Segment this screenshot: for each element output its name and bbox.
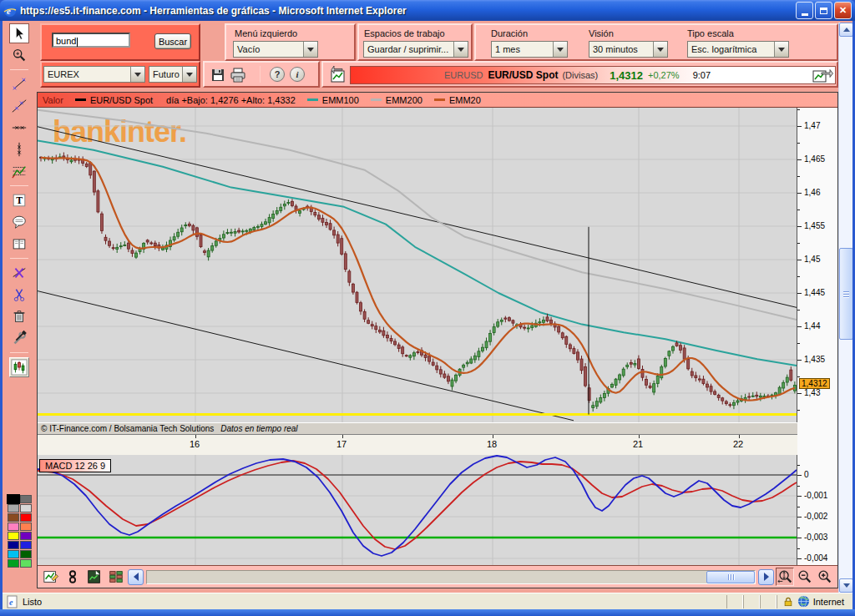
palette-color[interactable] <box>8 495 19 503</box>
palette-color[interactable] <box>20 495 32 503</box>
select-tool[interactable] <box>9 23 29 43</box>
palette-color[interactable] <box>20 541 32 549</box>
chevron-down-icon[interactable] <box>303 42 317 57</box>
price-tick-label: 1,43 <box>804 388 820 397</box>
svg-text:T: T <box>16 194 23 206</box>
palette-color[interactable] <box>20 523 32 531</box>
cut-tool[interactable] <box>9 285 29 305</box>
price-chart[interactable]: bankinter. <box>38 108 797 422</box>
scroll-left-button[interactable] <box>128 569 144 585</box>
quote-bar: EURUSD EUR/USD Spot (Divisas) 1,4312 +0,… <box>350 66 836 84</box>
emm20-label: EMM20 <box>449 95 481 105</box>
horizontal-scrollbar[interactable] <box>146 570 756 584</box>
axis-tick <box>797 538 802 538</box>
scroll-up-button[interactable] <box>839 23 852 37</box>
axis-minor-tick <box>797 465 800 466</box>
date-tick <box>639 435 640 438</box>
draw-chart-button[interactable] <box>42 568 60 586</box>
palette-color[interactable] <box>20 504 32 512</box>
workspaces-panel: Espacios de trabajo Guardar / suprimir..… <box>357 23 473 61</box>
palette-color[interactable] <box>8 523 19 531</box>
chart-style-button[interactable] <box>9 357 29 377</box>
palette-color[interactable] <box>8 513 19 522</box>
erase-line-tool[interactable] <box>9 263 29 283</box>
duration-select[interactable]: 1 mes <box>491 41 568 58</box>
chevron-down-icon[interactable] <box>453 42 468 57</box>
scale-select[interactable]: Esc. logarítmica <box>687 41 789 58</box>
chevron-down-icon[interactable] <box>182 67 196 82</box>
palette-color[interactable] <box>8 550 19 558</box>
palette-color[interactable] <box>8 504 19 512</box>
scroll-right-button[interactable] <box>758 569 774 585</box>
palette-color[interactable] <box>8 541 19 549</box>
ray-tool[interactable] <box>9 96 29 116</box>
scale-label: Tipo escala <box>687 28 734 38</box>
info-button[interactable]: i <box>290 67 305 82</box>
palette-color[interactable] <box>20 532 32 540</box>
search-button[interactable]: Buscar <box>154 33 191 49</box>
palette-color[interactable] <box>20 559 32 568</box>
close-button[interactable]: ✕ <box>834 2 852 19</box>
delete-tool[interactable] <box>9 306 29 326</box>
left-menu-select[interactable]: Vacío <box>233 41 318 58</box>
zoom-out-button[interactable] <box>796 568 814 586</box>
vertical-line-tool[interactable] <box>9 139 29 159</box>
horizontal-scroll-thumb[interactable] <box>706 571 755 583</box>
axis-filler <box>797 435 837 455</box>
date-label: 17 <box>336 439 347 449</box>
price-tick-label: 1,465 <box>804 154 825 164</box>
table-button[interactable] <box>107 568 125 586</box>
fibonacci-tool[interactable] <box>9 161 29 181</box>
palette-color[interactable] <box>8 559 19 568</box>
exchange-select[interactable]: EUREX <box>43 66 145 83</box>
axis-filler <box>797 422 837 435</box>
axis-tick <box>797 558 802 559</box>
macd-chart[interactable]: MACD 12 26 9 <box>38 455 797 565</box>
arrow-left-icon <box>134 573 139 581</box>
next-chart-icon[interactable] <box>812 67 833 83</box>
palette-color[interactable] <box>20 550 32 558</box>
link-values-button[interactable] <box>63 568 82 586</box>
print-icon[interactable] <box>230 67 246 83</box>
horizontal-line-tool[interactable] <box>9 118 29 138</box>
palette-color[interactable] <box>8 532 19 540</box>
report-button[interactable] <box>85 568 104 586</box>
note-tool[interactable] <box>9 212 29 232</box>
zoom-tool[interactable] <box>9 45 29 65</box>
chevron-down-icon[interactable] <box>653 42 667 57</box>
segment-tool[interactable] <box>9 74 29 94</box>
book-tool[interactable] <box>9 234 29 254</box>
settings-tool[interactable] <box>9 328 29 348</box>
view-settings-panel: Duración 1 mes Visión 30 minutos Tipo es… <box>474 23 838 61</box>
zoom-fit-icon <box>777 568 793 585</box>
search-input[interactable]: bund <box>52 33 130 48</box>
scroll-down-button[interactable] <box>839 578 852 593</box>
workspaces-select[interactable]: Guardar / suprimir... <box>363 41 468 58</box>
chevron-down-icon[interactable] <box>553 42 567 57</box>
help-button[interactable]: ? <box>270 67 285 82</box>
axis-tick <box>797 210 800 210</box>
previous-chart-icon[interactable] <box>327 66 347 84</box>
axis-tick <box>797 109 800 110</box>
arrow-down-icon <box>843 583 850 588</box>
separator <box>10 352 28 353</box>
zoom-fit-button[interactable] <box>776 568 794 586</box>
tools-icon <box>11 330 28 346</box>
axis-tick <box>797 293 802 294</box>
vertical-scrollbar[interactable] <box>838 23 852 593</box>
instrument-type-select[interactable]: Futuro <box>149 66 197 83</box>
save-icon[interactable] <box>210 68 225 83</box>
zoom-in-button[interactable] <box>816 568 834 586</box>
palette-color[interactable] <box>20 513 32 522</box>
minimize-button[interactable] <box>796 2 813 19</box>
macd-tick-label: -0,002 <box>804 512 827 521</box>
vertical-scroll-thumb[interactable] <box>839 248 852 340</box>
chevron-down-icon[interactable] <box>774 42 788 57</box>
vision-select[interactable]: 30 minutos <box>589 41 668 58</box>
chevron-down-icon[interactable] <box>130 67 144 82</box>
axis-tick <box>797 243 800 244</box>
restore-button[interactable] <box>815 2 832 19</box>
text-tool[interactable]: T <box>9 190 29 210</box>
title-bar[interactable]: e https://es5.it-finance.com - Herramien… <box>0 0 855 21</box>
trash-icon <box>11 308 28 325</box>
